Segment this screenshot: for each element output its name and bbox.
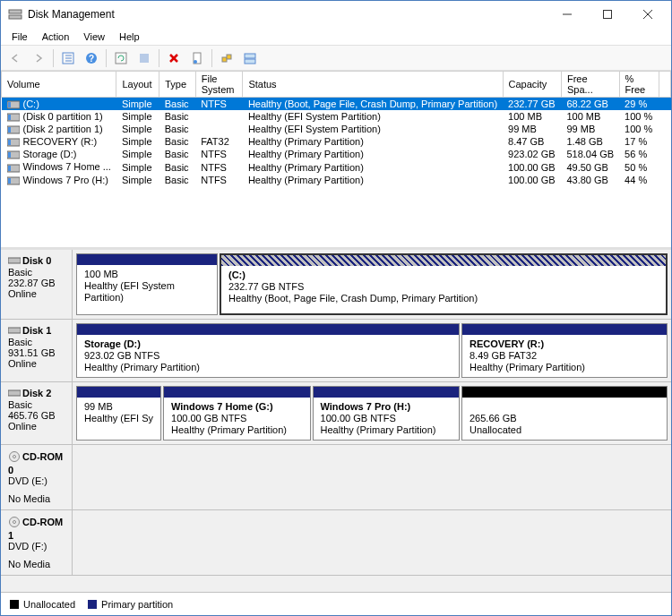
svg-rect-38 <box>8 390 21 396</box>
separator <box>159 49 159 67</box>
col-volume[interactable]: Volume <box>2 72 116 98</box>
partition-unallocated[interactable]: 265.66 GBUnallocated <box>461 386 668 441</box>
svg-rect-36 <box>8 258 21 263</box>
volume-icon <box>7 100 20 109</box>
refresh-button[interactable] <box>110 47 132 69</box>
disk-row-0[interactable]: Disk 0 Basic 232.87 GB Online 100 MBHeal… <box>1 250 671 320</box>
disk-label: Disk 2 Basic 465.76 GB Online <box>1 382 73 444</box>
forward-button[interactable] <box>28 47 49 69</box>
svg-rect-12 <box>116 53 126 64</box>
cdrom-icon <box>8 450 21 465</box>
svg-rect-33 <box>8 166 11 171</box>
properties-button[interactable] <box>186 47 208 69</box>
partition-bar <box>164 387 309 398</box>
partition-bar <box>462 324 667 335</box>
col-spacer <box>659 72 670 98</box>
cdrom-icon <box>8 516 21 530</box>
menu-action[interactable]: Action <box>35 30 77 44</box>
svg-text:?: ? <box>89 53 94 63</box>
window-title: Disk Management <box>28 8 547 21</box>
menu-file[interactable]: File <box>4 30 35 44</box>
col-free[interactable]: Free Spa... <box>561 72 619 98</box>
partition-bar <box>77 254 217 265</box>
svg-rect-1 <box>9 15 22 19</box>
disk-row-2[interactable]: Disk 2 Basic 465.76 GB Online 99 MBHealt… <box>1 382 671 445</box>
volume-row[interactable]: Storage (D:)SimpleBasicNTFSHealthy (Prim… <box>2 148 671 160</box>
partition-selected[interactable]: (C:)232.77 GB NTFSHealthy (Boot, Page Fi… <box>220 253 668 315</box>
svg-point-17 <box>194 60 197 64</box>
legend: Unallocated Primary partition <box>1 592 671 615</box>
disk-icon <box>8 326 21 337</box>
col-layout[interactable]: Layout <box>116 72 159 98</box>
partition[interactable]: 100 MBHealthy (EFI System Partition) <box>76 253 218 315</box>
disk-label: CD-ROM 1 DVD (F:) No Media <box>1 510 73 575</box>
partition[interactable]: RECOVERY (R:)8.49 GB FAT32Healthy (Prima… <box>461 323 668 378</box>
toolbar: ? <box>1 46 671 71</box>
svg-rect-3 <box>603 11 611 19</box>
titlebar: Disk Management <box>1 1 671 28</box>
separator <box>211 49 212 67</box>
volume-icon <box>7 138 20 147</box>
disk-icon <box>8 256 21 267</box>
col-pctfree[interactable]: % Free <box>619 72 659 98</box>
volume-list[interactable]: Volume Layout Type File System Status Ca… <box>1 71 671 250</box>
volume-row[interactable]: (Disk 0 partition 1)SimpleBasicHealthy (… <box>2 110 671 123</box>
svg-rect-35 <box>8 178 11 184</box>
cdrom-row-0[interactable]: CD-ROM 0 DVD (E:) No Media <box>1 445 671 510</box>
volume-icon <box>7 164 20 173</box>
svg-rect-29 <box>8 140 11 145</box>
delete-button[interactable] <box>163 47 185 69</box>
partition[interactable]: Storage (D:)923.02 GB NTFSHealthy (Prima… <box>76 323 460 378</box>
close-button[interactable] <box>627 2 668 28</box>
partition-bar <box>462 387 667 398</box>
partition-bar <box>77 324 459 335</box>
view-button[interactable] <box>239 47 261 69</box>
svg-rect-18 <box>222 57 227 62</box>
action-button[interactable] <box>216 47 237 69</box>
partition[interactable]: Windows 7 Home (G:)100.00 GB NTFSHealthy… <box>163 386 310 441</box>
menu-view[interactable]: View <box>76 30 112 44</box>
no-media-area <box>73 510 671 575</box>
maximize-button[interactable] <box>587 2 627 28</box>
legend-swatch-unallocated <box>10 600 19 609</box>
disk-label: Disk 1 Basic 931.51 GB Online <box>1 320 73 381</box>
separator <box>106 49 107 67</box>
disk-label: Disk 0 Basic 232.87 GB Online <box>1 250 73 319</box>
col-fs[interactable]: File System <box>195 72 243 98</box>
show-hide-tree-button[interactable] <box>57 47 79 69</box>
disk-row-1[interactable]: Disk 1 Basic 931.51 GB Online Storage (D… <box>1 320 671 382</box>
separator <box>53 49 54 67</box>
legend-swatch-primary <box>88 600 97 609</box>
volume-row[interactable]: RECOVERY (R:)SimpleBasicFAT32Healthy (Pr… <box>2 135 671 148</box>
svg-rect-37 <box>8 328 21 333</box>
save-button[interactable] <box>134 47 155 69</box>
partition-bar <box>314 387 459 398</box>
partition[interactable]: 99 MBHealthy (EFI Sy <box>76 386 161 441</box>
svg-rect-19 <box>227 55 231 59</box>
volume-icon <box>7 113 20 122</box>
disk-layout[interactable]: Disk 0 Basic 232.87 GB Online 100 MBHeal… <box>1 250 671 592</box>
volume-row[interactable]: Windows 7 Home ...SimpleBasicNTFSHealthy… <box>2 160 671 173</box>
help-button[interactable]: ? <box>81 47 102 69</box>
cdrom-row-1[interactable]: CD-ROM 1 DVD (F:) No Media <box>1 510 671 576</box>
svg-rect-13 <box>140 54 149 63</box>
volume-row[interactable]: (C:)SimpleBasicNTFSHealthy (Boot, Page F… <box>2 98 671 111</box>
col-type[interactable]: Type <box>159 72 196 98</box>
partition-bar <box>77 387 160 398</box>
svg-rect-0 <box>9 10 22 13</box>
svg-rect-20 <box>245 54 255 58</box>
volume-row[interactable]: Windows 7 Pro (H:)SimpleBasicNTFSHealthy… <box>2 174 671 186</box>
col-status[interactable]: Status <box>243 72 503 98</box>
col-capacity[interactable]: Capacity <box>503 72 561 98</box>
menu-help[interactable]: Help <box>112 30 147 44</box>
partition[interactable]: Windows 7 Pro (H:)100.00 GB NTFSHealthy … <box>313 386 460 441</box>
svg-point-40 <box>13 456 16 458</box>
app-icon <box>8 7 22 21</box>
disk-icon <box>8 389 21 399</box>
svg-rect-25 <box>8 115 11 120</box>
svg-rect-27 <box>8 127 11 133</box>
volume-row[interactable]: (Disk 2 partition 1)SimpleBasicHealthy (… <box>2 123 671 135</box>
no-media-area <box>73 445 671 509</box>
minimize-button[interactable] <box>547 2 587 28</box>
back-button[interactable] <box>4 47 26 69</box>
